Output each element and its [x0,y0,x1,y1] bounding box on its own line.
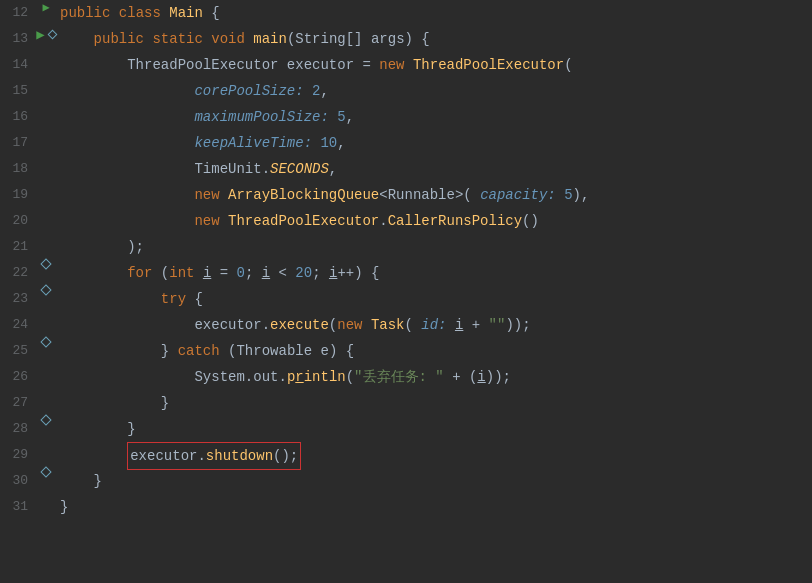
line-number: 17 [0,130,36,156]
line-content: } [56,390,812,416]
code-line: 12▶public class Main { [0,0,812,26]
line-number: 25 [0,338,36,364]
fold-diamond [40,336,51,347]
line-number: 22 [0,260,36,286]
arrow-icon: ▶ [42,0,49,15]
line-number: 24 [0,312,36,338]
line-content: corePoolSize: 2, [56,78,812,104]
line-number: 14 [0,52,36,78]
code-line: 31} [0,494,812,520]
code-line: 22 for (int i = 0; i < 20; i++) { [0,260,812,286]
fold-diamond [40,258,51,269]
line-gutter [36,260,56,268]
line-number: 30 [0,468,36,494]
line-content: } catch (Throwable e) { [56,338,812,364]
line-content: new ArrayBlockingQueue<Runnable>( capaci… [56,182,812,208]
line-gutter: ▶ [36,0,56,15]
code-line: 19 new ArrayBlockingQueue<Runnable>( cap… [0,182,812,208]
code-line: 15 corePoolSize: 2, [0,78,812,104]
fold-diamond [40,466,51,477]
code-line: 16 maximumPoolSize: 5, [0,104,812,130]
code-line: 20 new ThreadPoolExecutor.CallerRunsPoli… [0,208,812,234]
code-line: 21 ); [0,234,812,260]
line-content: maximumPoolSize: 5, [56,104,812,130]
line-gutter [36,286,56,294]
code-line: 29 executor.shutdown(); [0,442,812,468]
code-line: 23 try { [0,286,812,312]
line-content: } [56,468,812,494]
code-line: 24 executor.execute(new Task( id: i + ""… [0,312,812,338]
line-number: 28 [0,416,36,442]
line-number: 20 [0,208,36,234]
line-number: 31 [0,494,36,520]
code-line: 13▶ public static void main(String[] arg… [0,26,812,52]
current-line-arrow: ▶ [36,26,44,43]
line-content: for (int i = 0; i < 20; i++) { [56,260,812,286]
line-content: keepAliveTime: 10, [56,130,812,156]
code-line: 14 ThreadPoolExecutor executor = new Thr… [0,52,812,78]
line-content: System.out.println("丢弃任务: " + (i)); [56,364,812,390]
line-number: 13 [0,26,36,52]
line-number: 27 [0,390,36,416]
line-content: try { [56,286,812,312]
code-line: 17 keepAliveTime: 10, [0,130,812,156]
line-content: public static void main(String[] args) { [56,26,812,52]
line-content: executor.shutdown(); [56,442,812,470]
line-number: 15 [0,78,36,104]
line-number: 18 [0,156,36,182]
breakpoint-diamond [47,30,57,40]
line-content: } [56,494,812,520]
code-line: 26 System.out.println("丢弃任务: " + (i)); [0,364,812,390]
code-line: 18 TimeUnit.SECONDS, [0,156,812,182]
line-content: ThreadPoolExecutor executor = new Thread… [56,52,812,78]
line-number: 29 [0,442,36,468]
line-number: 19 [0,182,36,208]
fold-diamond [40,284,51,295]
code-line: 27 } [0,390,812,416]
line-content: } [56,416,812,442]
fold-diamond [40,414,51,425]
line-content: new ThreadPoolExecutor.CallerRunsPolicy(… [56,208,812,234]
line-number: 21 [0,234,36,260]
line-gutter [36,338,56,346]
line-gutter [36,416,56,424]
code-line: 25 } catch (Throwable e) { [0,338,812,364]
line-gutter: ▶ [36,26,56,43]
code-line: 28 } [0,416,812,442]
line-number: 12 [0,0,36,26]
line-gutter [36,468,56,476]
line-content: TimeUnit.SECONDS, [56,156,812,182]
line-number: 23 [0,286,36,312]
line-content: public class Main { [56,0,812,26]
line-number: 26 [0,364,36,390]
line-number: 16 [0,104,36,130]
line-content: executor.execute(new Task( id: i + "")); [56,312,812,338]
code-editor: 12▶public class Main {13▶ public static … [0,0,812,583]
code-line: 30 } [0,468,812,494]
line-content: ); [56,234,812,260]
